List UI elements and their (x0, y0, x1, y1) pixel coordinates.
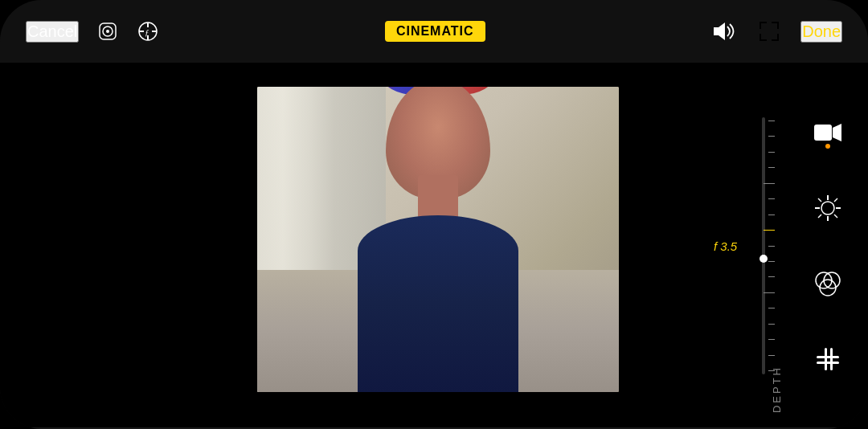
svg-line-18 (834, 214, 837, 218)
tools-panel (804, 79, 852, 413)
sparkle-tool-button[interactable] (809, 189, 847, 227)
depth-label: DEPTH (771, 366, 783, 413)
video-active-dot (825, 144, 830, 149)
volume-button[interactable] (710, 20, 738, 43)
cancel-button[interactable]: Cancel (26, 21, 79, 43)
tick-11 (764, 292, 775, 293)
tick-10 (768, 276, 775, 277)
svg-line-19 (834, 198, 837, 202)
tick-marks (752, 117, 775, 374)
tick-1 (768, 121, 775, 121)
svg-marker-9 (714, 22, 725, 40)
crop-tool-button[interactable] (809, 340, 847, 378)
tick-9 (768, 261, 775, 262)
tick-14 (768, 339, 775, 340)
f-stop-label: f 3.5 (714, 239, 737, 253)
svg-marker-11 (833, 124, 841, 141)
svg-text:ƒ: ƒ (145, 27, 149, 37)
tick-center (764, 230, 775, 231)
tick-2 (768, 136, 775, 137)
top-bar: Cancel ƒ (0, 0, 868, 63)
tick-3 (768, 152, 775, 153)
tick-5 (764, 183, 775, 184)
video-tool-button[interactable] (809, 113, 847, 152)
tick-13 (768, 324, 775, 325)
svg-line-20 (818, 214, 821, 218)
video-preview[interactable] (257, 87, 619, 392)
tick-8 (768, 246, 775, 247)
portrait-scene (257, 87, 619, 392)
top-right-controls: Done (710, 19, 842, 43)
tick-15 (768, 355, 775, 356)
top-left-controls: Cancel ƒ (26, 18, 159, 44)
svg-rect-27 (830, 348, 833, 370)
slider-dot[interactable] (760, 255, 768, 263)
content-area: f 3.5 DEPTH (0, 63, 868, 429)
tick-7 (768, 214, 775, 215)
cinematic-badge[interactable]: CINEMATIC (385, 21, 485, 42)
person (326, 87, 551, 392)
done-button[interactable]: Done (800, 21, 842, 43)
tick-6 (768, 198, 775, 199)
aperture-button[interactable]: ƒ (137, 20, 159, 43)
tick-12 (768, 308, 775, 308)
flash-auto-button[interactable] (95, 18, 121, 44)
color-mix-tool-button[interactable] (809, 264, 847, 303)
fullscreen-button[interactable] (757, 19, 781, 43)
svg-rect-26 (825, 348, 827, 370)
svg-line-17 (818, 198, 821, 202)
svg-point-2 (106, 30, 109, 33)
svg-rect-24 (817, 356, 839, 358)
svg-point-12 (821, 202, 834, 214)
svg-rect-25 (817, 362, 839, 364)
tick-4 (768, 167, 775, 168)
phone-frame: Cancel ƒ (0, 0, 868, 429)
depth-slider-track[interactable]: f 3.5 (762, 117, 765, 374)
svg-rect-10 (814, 125, 832, 141)
person-body (358, 215, 518, 392)
